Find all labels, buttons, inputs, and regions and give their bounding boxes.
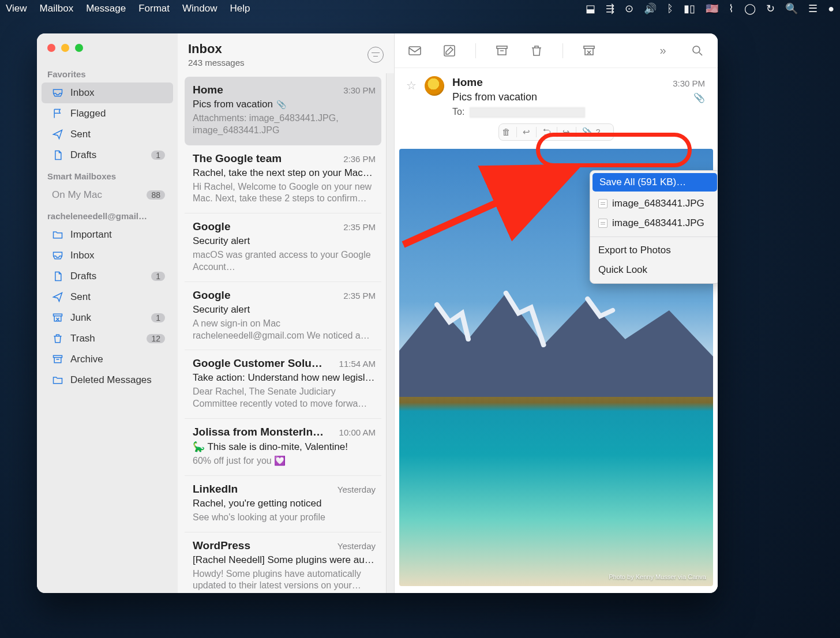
message-from: Jolissa from MonsterInsi… <box>193 426 325 438</box>
spotlight-icon[interactable]: 🔍 <box>785 2 798 15</box>
reading-pane: » ☆ Home Pics from vacation To: 3:30 PM … <box>395 33 718 593</box>
message-preview: Hi Rachel, Welcome to Google on your new… <box>193 181 376 205</box>
sidebar-item-sent[interactable]: Sent <box>42 287 173 307</box>
siri-icon[interactable]: ● <box>828 3 834 15</box>
sent-icon <box>52 129 63 140</box>
message-from: Home <box>193 84 223 96</box>
svg-point-6 <box>693 46 700 53</box>
menubar[interactable]: View Mailbox Message Format Window Help … <box>0 0 840 17</box>
menu-view[interactable]: View <box>6 3 27 14</box>
sidebar-item-sent[interactable]: Sent <box>42 124 173 145</box>
message-row[interactable]: Google2:35 PMSecurity alertmacOS was gra… <box>185 213 381 282</box>
menu-format[interactable]: Format <box>138 3 170 14</box>
message-from: Google <box>193 220 230 233</box>
file-icon <box>598 219 608 228</box>
sidebar-item-inbox[interactable]: Inbox <box>42 82 173 103</box>
image-credit: Photo by Kenny Musser via Canva <box>609 573 706 580</box>
svg-rect-5 <box>584 46 594 48</box>
dropbox-icon[interactable]: ⬓ <box>586 2 595 15</box>
user-icon[interactable]: ◯ <box>744 2 756 15</box>
message-time: 2:36 PM <box>343 154 376 164</box>
sidebar-item-deleted-messages[interactable]: Deleted Messages <box>42 370 173 391</box>
message-preview: macOS was granted access to your Google … <box>193 249 376 273</box>
message-time: 11:54 AM <box>339 359 376 369</box>
control-center-icon[interactable]: ☰ <box>808 2 817 15</box>
attachment-dropdown[interactable]: Save All (591 KB)… image_6483441.JPG ima… <box>590 170 718 284</box>
flag-us-icon[interactable]: 🇺🇸 <box>706 2 718 15</box>
star-icon[interactable]: ☆ <box>406 78 417 92</box>
message-time: 2:35 PM <box>343 222 376 232</box>
volume-icon[interactable]: 🔊 <box>644 2 657 15</box>
callout-oval <box>536 133 692 167</box>
compose-icon[interactable] <box>441 43 458 58</box>
bluetooth-icon[interactable]: ᛒ <box>667 3 673 15</box>
sidebar-item-label: Drafts <box>70 271 144 282</box>
dropdown-save-all[interactable]: Save All (591 KB)… <box>592 173 717 192</box>
message-subject: Rachel, you're getting noticed <box>193 498 376 509</box>
menu-help[interactable]: Help <box>230 3 250 14</box>
menu-mailbox[interactable]: Mailbox <box>40 3 74 14</box>
message-subject: Pics from vacation📎 <box>193 99 376 110</box>
message-row[interactable]: Home3:30 PMPics from vacation📎Attachment… <box>185 77 381 145</box>
delete-icon[interactable]: 🗑 <box>502 127 511 137</box>
menu-message[interactable]: Message <box>86 3 126 14</box>
archive-icon[interactable] <box>493 43 511 58</box>
message-row[interactable]: Google Customer Soluti…11:54 AMTake acti… <box>185 350 381 419</box>
sidebar-item-label: On My Mac <box>52 189 140 201</box>
sidebar-item-flagged[interactable]: Flagged <box>42 103 173 124</box>
avatar[interactable] <box>425 76 444 96</box>
message-row[interactable]: Jolissa from MonsterInsi…10:00 AM🦕 This … <box>185 419 381 476</box>
message-time: 2:35 PM <box>343 291 376 301</box>
message-list[interactable]: Home3:30 PMPics from vacation📎Attachment… <box>178 73 386 593</box>
message-row[interactable]: Google2:35 PMSecurity alertA new sign-in… <box>185 282 381 351</box>
list-subtitle: 243 messages <box>188 58 245 67</box>
more-icon[interactable]: » <box>654 43 672 58</box>
reply-icon[interactable]: ↩ <box>523 127 530 137</box>
sidebar-item-trash[interactable]: Trash12 <box>42 328 173 349</box>
trash-icon[interactable] <box>528 43 545 58</box>
message-row[interactable]: LinkedInYesterdayRachel, you're getting … <box>185 476 381 532</box>
sidebar-item-archive[interactable]: Archive <box>42 349 173 370</box>
sidebar-item-onmymac[interactable]: On My Mac 88 <box>42 185 173 205</box>
envelope-icon[interactable] <box>406 43 423 58</box>
sent-icon <box>52 291 63 303</box>
app-icon[interactable]: ⇶ <box>606 2 614 15</box>
sidebar-item-label: Important <box>70 229 165 241</box>
message-from: WordPress <box>193 539 250 552</box>
battery-icon[interactable]: ▮▯ <box>684 2 695 15</box>
wifi-icon[interactable]: ⌇ <box>729 2 734 15</box>
message-subject: Security alert <box>193 304 376 316</box>
message-preview: Dear Rachel, The Senate Judiciary Commit… <box>193 386 376 410</box>
message-subject: Pics from vacation <box>452 91 706 103</box>
dropdown-quicklook[interactable]: Quick Look <box>590 260 718 280</box>
folder-icon <box>52 374 63 386</box>
message-row[interactable]: The Google team2:36 PMRachel, take the n… <box>185 145 381 214</box>
sidebar-item-important[interactable]: Important <box>42 224 173 245</box>
message-to: To: <box>452 107 706 118</box>
window-controls[interactable] <box>37 44 178 63</box>
menu-window[interactable]: Window <box>182 3 217 14</box>
close-icon[interactable] <box>47 44 55 52</box>
timemachine-icon[interactable]: ↻ <box>766 2 775 15</box>
message-row[interactable]: WordPressYesterday[Rachel Needell] Some … <box>185 532 381 593</box>
filter-button[interactable] <box>367 47 384 63</box>
sidebar-item-drafts[interactable]: Drafts1 <box>42 145 173 166</box>
sidebar-item-junk[interactable]: Junk1 <box>42 307 173 328</box>
sidebar-section-account[interactable]: racheleneedell@gmail.... <box>37 205 158 224</box>
search-icon[interactable] <box>689 43 706 58</box>
minimize-icon[interactable] <box>61 44 69 52</box>
pane-toolbar: » <box>395 33 718 68</box>
trash-icon <box>52 333 63 344</box>
dropdown-file[interactable]: image_6483441.JPG <box>590 213 718 233</box>
svg-rect-2 <box>409 47 421 55</box>
sidebar-item-inbox[interactable]: Inbox <box>42 245 173 266</box>
message-preview: 60% off just for you 💟 <box>193 455 376 467</box>
message-preview: Attachments: image_6483441.JPG, image_64… <box>193 112 376 137</box>
sidebar-item-drafts[interactable]: Drafts1 <box>42 266 173 287</box>
junk-icon[interactable] <box>580 43 598 58</box>
play-icon[interactable]: ⊙ <box>625 2 633 15</box>
zoom-icon[interactable] <box>75 44 83 52</box>
scrollbar[interactable] <box>386 73 394 593</box>
dropdown-export[interactable]: Export to Photos <box>590 241 718 260</box>
dropdown-file[interactable]: image_6483441.JPG <box>590 194 718 213</box>
